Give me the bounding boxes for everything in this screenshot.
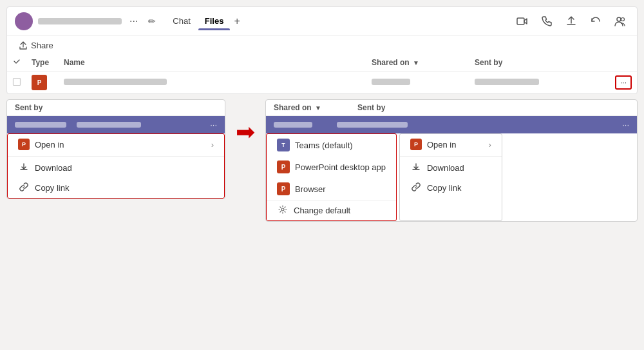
- right-file-date-blurred: [274, 122, 312, 128]
- svg-point-2: [621, 18, 625, 21]
- left-panel: Sent by ··· P Open in › Download: [6, 99, 225, 199]
- change-default-item[interactable]: Change default: [267, 200, 396, 220]
- shared-date-blurred: [372, 79, 410, 85]
- col-header-type: Type: [26, 53, 59, 72]
- svg-point-1: [617, 17, 621, 21]
- left-panel-header: Sent by: [7, 100, 225, 116]
- right-file-name-blurred: [337, 122, 408, 128]
- powerpoint-desktop-label: PowerPoint desktop app: [295, 162, 386, 172]
- submenu-box: T Teams (default) P PowerPoint desktop a…: [266, 133, 397, 221]
- copy-link-item[interactable]: Copy link: [8, 178, 224, 198]
- col-header-name: Name: [59, 53, 366, 72]
- right-copy-link-icon: [410, 182, 422, 193]
- col-header-check: [7, 53, 26, 72]
- right-copy-link-item[interactable]: Copy link: [400, 178, 502, 198]
- left-context-menu: P Open in › Download Copy link: [7, 133, 225, 199]
- files-table: Type Name Shared on ▼ Sent by P: [7, 53, 637, 93]
- right-dots-icon[interactable]: ···: [622, 120, 629, 130]
- download-label: Download: [35, 163, 72, 173]
- left-dots-icon[interactable]: ···: [210, 120, 217, 130]
- left-header-sentby: Sent by: [15, 103, 43, 112]
- row-type: P: [26, 72, 59, 94]
- teams-label: Teams (default): [295, 141, 353, 150]
- top-panel: ··· ✏ Chat Files +: [6, 6, 638, 94]
- left-file-date-blurred: [15, 122, 66, 128]
- right-arrow-icon: ➡: [236, 119, 255, 146]
- right-panel-body: T Teams (default) P PowerPoint desktop a…: [266, 133, 637, 221]
- right-download-icon: [410, 162, 422, 173]
- arrow-container: ➡: [236, 99, 255, 146]
- share-bar: Share: [7, 36, 637, 53]
- right-header-shared[interactable]: Shared on ▼: [274, 103, 357, 112]
- open-in-arrow: ›: [211, 140, 214, 150]
- open-in-item[interactable]: P Open in ›: [8, 134, 224, 155]
- right-panel: Shared on ▼ Sent by ··· T Teams (default…: [265, 99, 638, 222]
- browser-label: Browser: [295, 184, 326, 194]
- video-call-icon[interactable]: [513, 12, 531, 30]
- right-sort-arrow-icon: ▼: [315, 104, 321, 112]
- avatar: [15, 12, 33, 30]
- row-name: [59, 72, 366, 94]
- open-in-ppt-icon: P: [18, 139, 30, 150]
- col-header-more: [598, 53, 637, 72]
- download-icon: [18, 162, 30, 173]
- add-tab-icon[interactable]: +: [234, 15, 240, 27]
- right-file-row: ···: [266, 116, 637, 133]
- right-download-label: Download: [427, 163, 464, 173]
- share-label: Share: [31, 41, 53, 50]
- col-header-sentby: Sent by: [469, 53, 598, 72]
- sort-arrow-icon: ▼: [413, 59, 419, 66]
- right-download-item[interactable]: Download: [400, 158, 502, 178]
- right-header-sentby: Sent by: [357, 103, 629, 112]
- teams-icon: T: [277, 139, 290, 151]
- change-default-label: Change default: [294, 206, 350, 215]
- tab-files[interactable]: Files: [198, 14, 231, 30]
- chat-name-blurred: [38, 18, 122, 24]
- ppt-icon: P: [32, 75, 47, 90]
- row-more-button[interactable]: ···: [615, 75, 632, 90]
- refresh-icon[interactable]: [587, 12, 605, 30]
- right-panel-header: Shared on ▼ Sent by: [266, 100, 637, 116]
- filename-blurred: [64, 79, 167, 85]
- left-file-row: ···: [7, 116, 225, 133]
- right-ppt-icon: P: [410, 139, 422, 150]
- phone-icon[interactable]: [538, 12, 556, 30]
- row-check[interactable]: [7, 72, 26, 94]
- copy-link-label: Copy link: [35, 183, 69, 193]
- bottom-section: Sent by ··· P Open in › Download: [6, 99, 638, 222]
- row-sentby: [469, 72, 598, 94]
- browser-ppt-icon: P: [277, 182, 290, 195]
- right-open-in-item[interactable]: P Open in ›: [400, 134, 502, 155]
- gear-icon: [277, 205, 289, 216]
- download-item[interactable]: Download: [8, 158, 224, 178]
- right-open-in-label: Open in: [427, 140, 457, 150]
- right-context-menu: P Open in › Download Copy link: [399, 133, 502, 221]
- row-shared: [366, 72, 469, 94]
- title-bar-right: [513, 12, 629, 30]
- teams-item[interactable]: T Teams (default): [267, 134, 396, 156]
- svg-rect-3: [14, 78, 21, 85]
- share-button[interactable]: Share: [15, 39, 629, 52]
- svg-rect-0: [517, 18, 524, 24]
- right-copy-link-label: Copy link: [427, 183, 461, 193]
- upload-icon[interactable]: [562, 12, 580, 30]
- open-in-label: Open in: [35, 140, 64, 150]
- browser-item[interactable]: P Browser: [267, 178, 396, 200]
- people-icon[interactable]: [611, 12, 629, 30]
- ppt-desktop-icon: P: [277, 160, 290, 173]
- right-open-in-arrow: ›: [489, 140, 491, 150]
- edit-icon[interactable]: ✏: [148, 16, 156, 26]
- sentby-blurred: [475, 79, 539, 85]
- row-more[interactable]: ···: [598, 72, 637, 94]
- left-file-name-blurred: [77, 122, 141, 128]
- col-header-shared[interactable]: Shared on ▼: [366, 53, 469, 72]
- table-row: P ···: [7, 72, 637, 94]
- nav-tabs: Chat Files +: [166, 14, 240, 30]
- more-options-icon[interactable]: ···: [127, 14, 140, 28]
- tab-chat[interactable]: Chat: [166, 14, 196, 30]
- svg-point-4: [281, 208, 284, 211]
- powerpoint-desktop-item[interactable]: P PowerPoint desktop app: [267, 156, 396, 178]
- right-menu-separator: [400, 156, 502, 157]
- menu-separator: [8, 156, 224, 157]
- copy-link-icon: [18, 182, 30, 193]
